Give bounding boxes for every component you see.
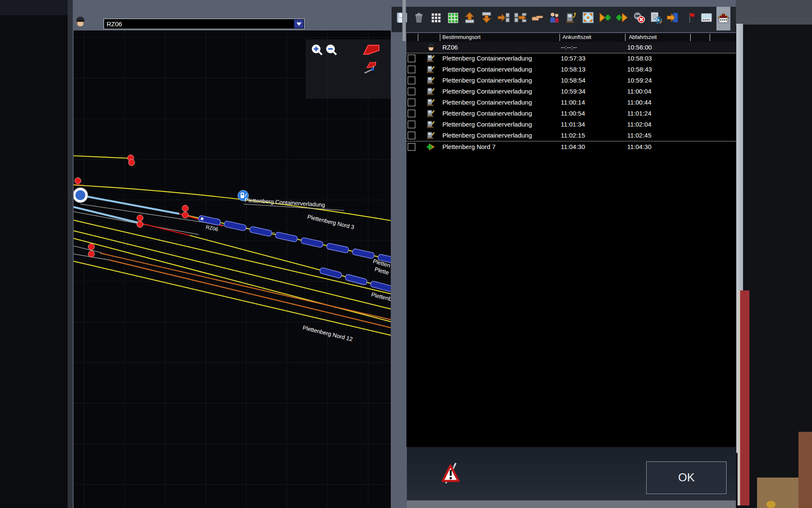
row-checkbox[interactable] [408,121,415,128]
warning-pen-icon[interactable] [441,461,461,485]
background-left-panel [0,0,68,508]
map-label-train: RZ06 [205,224,219,232]
send-to-block-button[interactable] [666,8,680,28]
row-checkbox[interactable] [408,143,415,151]
row-departure: 10:56:00 [627,42,652,53]
schedule-header: Bestimmungsort Ankunftszeit Abfahrtszeit [406,33,736,42]
row-destination: Plettenberg Containerverladung [442,53,532,64]
world-scene [736,0,812,508]
select-hand-icon [531,11,544,25]
add-train-rear-icon [615,11,628,25]
table-row[interactable]: Plettenberg Containerverladung 11:00:14 … [406,97,736,108]
row-arrival: 11:01:34 [561,119,585,130]
grid-large-button[interactable] [446,8,460,28]
row-checkbox[interactable] [408,88,415,95]
table-row[interactable]: Plettenberg Containerverladung 10:58:13 … [406,64,736,75]
chevron-down-icon [296,22,302,26]
table-row[interactable]: Plettenberg Containerverladung 10:57:33 … [406,53,736,64]
table-row[interactable]: Plettenberg Containerverladung 10:58:54 … [406,75,736,86]
passengers-icon [548,11,561,25]
row-arrival: 10:59:34 [561,86,585,97]
control-panel-button[interactable] [700,8,713,28]
remove-train-button[interactable] [632,8,646,28]
insert-after-button[interactable] [513,8,527,28]
row-destination: Plettenberg Nord 7 [442,141,496,152]
train-selector[interactable]: RZ06 [104,19,304,29]
move-up-button[interactable] [463,8,477,28]
map-label-track12: Plettenberg Nord 12 [302,324,353,342]
row-checkbox[interactable] [408,66,415,73]
depot-icon [717,11,730,26]
row-departure: 10:58:43 [627,64,652,75]
grid-large-icon [446,11,459,25]
select-hand-button[interactable] [530,8,544,28]
header-departure[interactable]: Abfahrtszeit [629,34,657,40]
row-checkbox[interactable] [408,77,415,84]
train-rz06[interactable] [198,215,391,264]
loading-station-icon [426,119,436,130]
header-destination[interactable]: Bestimmungsort [442,34,480,40]
map-controls-panel [306,39,391,99]
scene-wall-warm [798,432,812,508]
signal-large-icon[interactable] [362,43,380,55]
insert-after-icon [514,11,527,25]
row-checkbox[interactable] [408,99,415,106]
table-row[interactable]: Plettenberg Nord 7 11:04:30 11:04:30 [406,141,736,152]
track-map[interactable]: Plettenberg Containerverladung Plettenbe… [74,30,391,508]
table-row[interactable]: RZ06 --:--:-- 10:56:00 [406,42,736,53]
grid-small-button[interactable] [429,8,443,28]
row-destination: Plettenberg Containerverladung [442,119,532,130]
add-destination-icon [426,142,436,152]
scene-train-stripe [740,290,749,505]
conductor-icon [426,42,436,52]
zoom-out-icon[interactable] [325,44,338,56]
table-row[interactable]: Plettenberg Containerverladung 11:01:34 … [406,119,736,130]
move-down-button[interactable] [480,8,494,28]
dispatch-window: RZ06 [73,0,736,508]
row-destination: Plettenberg Containerverladung [442,108,532,119]
insert-before-icon [497,11,510,25]
row-departure: 11:02:04 [627,119,651,130]
flag-button[interactable] [683,8,697,28]
dropdown-arrow-button[interactable] [294,19,304,28]
train-start-point[interactable] [74,189,86,201]
refuel-icon [565,11,578,25]
expand-route-button[interactable] [581,8,595,28]
header-arrival[interactable]: Ankunftszeit [562,34,591,40]
loading-station-icon [426,53,436,64]
row-destination: Plettenberg Containerverladung [442,130,532,141]
add-train-rear-button[interactable] [615,8,629,28]
row-arrival: 10:58:13 [561,64,585,75]
row-arrival: 10:58:54 [561,75,585,86]
row-arrival: 11:00:54 [561,108,585,119]
table-row[interactable]: Plettenberg Containerverladung 11:00:54 … [406,108,736,119]
loading-station-icon [426,97,436,108]
signal-route-icon[interactable] [362,59,380,75]
table-row[interactable]: Plettenberg Containerverladung 11:02:15 … [406,130,736,141]
row-checkbox[interactable] [408,110,415,117]
add-train-front-button[interactable] [598,8,612,28]
loading-station-icon [426,75,436,86]
conductor-icon [74,15,87,29]
row-destination: Plettenberg Containerverladung [442,86,532,97]
row-departure: 11:00:04 [627,86,651,97]
row-checkbox[interactable] [408,132,415,139]
delete-button[interactable] [412,8,426,28]
row-arrival: 11:00:14 [561,97,585,108]
zoom-in-icon[interactable] [311,44,324,56]
table-row[interactable]: Plettenberg Containerverladung 10:59:34 … [406,86,736,97]
loading-station-icon [426,130,436,141]
insert-before-button[interactable] [497,8,510,28]
flag-icon [683,11,696,25]
train-properties-button[interactable] [649,8,663,28]
refuel-button[interactable] [564,8,578,28]
loading-station-icon [426,108,436,119]
move-up-icon [463,11,476,25]
row-departure: 10:58:03 [627,53,652,64]
depot-button[interactable] [716,7,730,30]
row-checkbox[interactable] [408,55,415,62]
passengers-button[interactable] [547,8,561,28]
row-departure: 11:01:24 [627,108,651,119]
scene-mast [402,0,406,41]
ok-button[interactable]: OK [646,461,727,494]
